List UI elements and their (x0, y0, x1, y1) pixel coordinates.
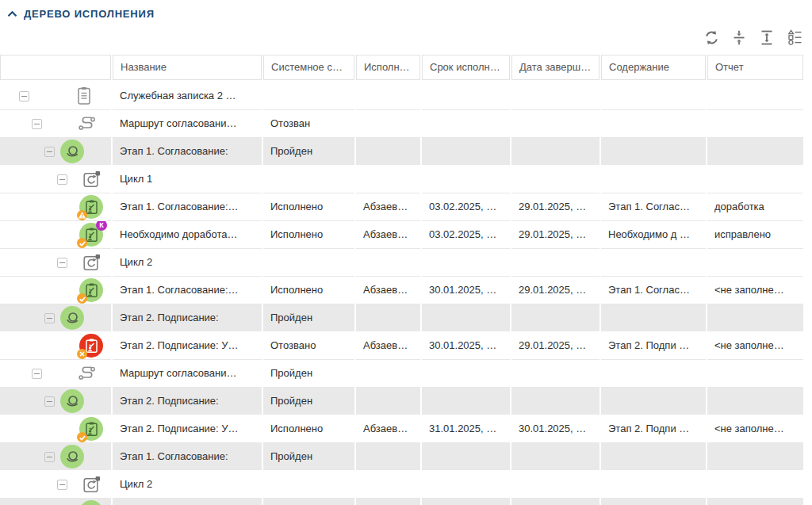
tree-row[interactable]: Этап 2. Подписание: У…ОтозваноАбзаев…30.… (0, 332, 803, 360)
cell-executor: Абзаев… (356, 277, 420, 304)
tree-row[interactable] (0, 499, 803, 505)
chevron-up-icon (7, 6, 17, 21)
column-header-status[interactable]: Системное с… (263, 55, 354, 80)
tree-row[interactable]: Маршрут согласовани…Отозван (0, 110, 803, 138)
tree-row[interactable]: Служебная записка 2 … (0, 82, 803, 110)
cell-report (707, 304, 803, 332)
cell-status: Исполнено (263, 415, 354, 443)
tree-cell (0, 499, 111, 505)
column-header-name[interactable]: Название (113, 55, 262, 80)
tree-row[interactable]: Этап 1. Согласование:Пройден (0, 443, 803, 471)
stage-icon (60, 445, 84, 469)
cell-executor: Абзаев… (356, 332, 420, 360)
collapse-expander[interactable] (19, 91, 29, 101)
task-icon (79, 334, 103, 358)
cell-name: Цикл 1 (113, 166, 262, 193)
cell-status (263, 166, 354, 193)
column-header-due[interactable]: Срок исполн… (422, 55, 510, 80)
stage-icon (60, 389, 84, 413)
tree-row[interactable]: КНеобходимо доработа…ИсполненоАбзаев…03.… (0, 221, 803, 249)
tree-cell (0, 166, 111, 193)
tree-row[interactable]: Цикл 1 (0, 166, 803, 193)
execution-tree-table: НазваниеСистемное с…Исполн…Срок исполн…Д… (0, 55, 803, 505)
collapse-expander[interactable] (44, 452, 55, 462)
refresh-button[interactable] (703, 30, 720, 48)
tree-row[interactable]: Этап 1. Согласование:…ИсполненоАбзаев…30… (0, 277, 803, 304)
cell-completed (511, 138, 599, 166)
cell-content: Этап 1. Соглас… (601, 277, 706, 304)
cell-name: Цикл 2 (113, 249, 262, 277)
task-icon: К (79, 223, 103, 247)
column-header-content[interactable]: Содержание (601, 55, 706, 80)
cell-content (601, 249, 706, 277)
cell-content (601, 471, 706, 499)
column-header-report[interactable]: Отчет (707, 55, 803, 80)
cell-name: Этап 2. Подписание: (113, 388, 262, 415)
tree-row[interactable]: Этап 1. Согласование:Пройден (0, 138, 803, 166)
tree-row[interactable]: Цикл 2 (0, 249, 803, 277)
cell-completed (511, 304, 599, 332)
refresh-icon (703, 29, 720, 49)
collapse-expander[interactable] (57, 480, 67, 490)
cell-due (422, 249, 510, 277)
legend-button[interactable] (786, 30, 803, 48)
tree-row[interactable]: Этап 2. Подписание:Пройден (0, 304, 803, 332)
cell-report: <не заполне… (707, 415, 803, 443)
tree-row[interactable]: Этап 2. Подписание:Пройден (0, 388, 803, 415)
cell-completed (511, 82, 599, 110)
task-icon (79, 195, 103, 219)
cell-due: 30.01.2025, … (422, 277, 510, 304)
collapse-expander[interactable] (44, 147, 55, 157)
tree-row[interactable]: Этап 2. Подписание: У…ИсполненоАбзаев…31… (0, 415, 803, 443)
cell-content: Необходимо д … (601, 221, 706, 249)
column-header-executor[interactable]: Исполн… (356, 55, 420, 80)
cell-status: Отозван (263, 110, 354, 138)
cell-report (707, 499, 803, 505)
cell-executor (356, 304, 420, 332)
cell-name: Цикл 2 (113, 471, 262, 499)
cell-content: Этап 2. Подпи … (601, 415, 706, 443)
cell-report (707, 166, 803, 193)
cell-status: Отозвано (263, 332, 354, 360)
tree-cell (0, 304, 111, 332)
cell-completed (511, 110, 599, 138)
cell-due (422, 360, 510, 388)
collapse-expander[interactable] (57, 258, 67, 268)
tree-cell: К (0, 221, 111, 249)
cell-content (601, 110, 706, 138)
tree-cell (0, 443, 111, 471)
memo-icon (76, 86, 92, 105)
cell-name: Этап 2. Подписание: У… (113, 332, 262, 360)
collapse-rows-icon (731, 29, 747, 49)
tree-row[interactable]: Маршрут согласовани…Пройден (0, 360, 803, 388)
column-header-completed[interactable]: Дата заверш… (511, 55, 599, 80)
route-icon (79, 367, 97, 381)
collapse-expander[interactable] (44, 396, 55, 407)
minus-icon (47, 401, 52, 403)
cell-completed (511, 360, 599, 388)
tree-row[interactable]: Этап 1. Согласование:…ИсполненоАбзаев…03… (0, 193, 803, 221)
legend-list-icon (787, 29, 802, 48)
cell-report (707, 110, 803, 138)
cell-completed: 29.01.2025, … (511, 332, 599, 360)
column-header-tree[interactable] (0, 55, 111, 80)
expand-all-button[interactable] (758, 30, 776, 48)
cell-executor (356, 499, 420, 505)
cell-executor (356, 471, 420, 499)
collapse-expander[interactable] (44, 313, 55, 323)
cell-name: Этап 1. Согласование:… (113, 277, 262, 304)
cell-status (263, 471, 354, 499)
collapse-expander[interactable] (32, 369, 42, 379)
minus-icon (21, 96, 27, 98)
section-collapse-button[interactable] (7, 6, 17, 21)
collapse-expander[interactable] (32, 119, 42, 129)
cycle-icon (83, 254, 101, 271)
cell-due (422, 166, 510, 193)
tree-row[interactable]: Цикл 2 (0, 471, 803, 499)
cell-content (601, 138, 706, 166)
cell-content (601, 304, 706, 332)
cell-status: Пройден (263, 138, 354, 166)
collapse-all-button[interactable] (730, 30, 748, 48)
cell-executor (356, 388, 420, 415)
collapse-expander[interactable] (57, 174, 67, 185)
